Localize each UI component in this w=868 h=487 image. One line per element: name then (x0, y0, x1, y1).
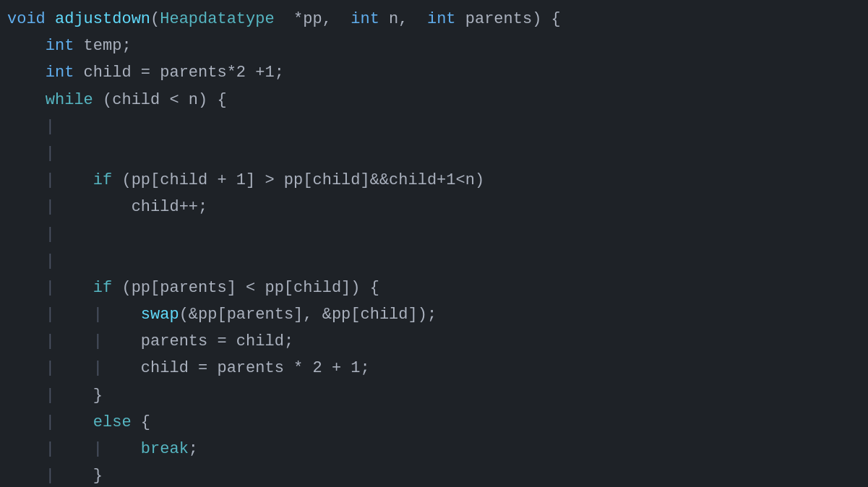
code-line-14: | | child = parents * 2 + 1; (7, 355, 868, 382)
code-line-10: | (7, 248, 868, 275)
code-line-6: | (7, 140, 868, 167)
code-line-13: | | parents = child; (7, 328, 868, 355)
code-line-8: | child++; (7, 194, 868, 220)
code-line-15: | } (7, 382, 868, 409)
code-line-5: | (7, 113, 868, 140)
code-line-17: | | break; (7, 436, 868, 462)
code-line-12: | | swap(&pp[parents], &pp[child]); (7, 301, 868, 328)
code-line-1: void adjustdown(Heapdatatype *pp, int n,… (7, 6, 868, 33)
code-line-9: | (7, 221, 868, 248)
code-line-11: | if (pp[parents] < pp[child]) { (7, 275, 868, 301)
code-line-3: int child = parents*2 +1; (7, 59, 868, 86)
code-line-7: | if (pp[child + 1] > pp[child]&&child+1… (7, 167, 868, 194)
code-line-16: | else { (7, 409, 868, 436)
code-line-18: | } (7, 462, 868, 487)
code-line-2: int temp; (7, 33, 868, 59)
code-line-4: while (child < n) { (7, 87, 868, 113)
code-editor: void adjustdown(Heapdatatype *pp, int n,… (0, 0, 868, 487)
